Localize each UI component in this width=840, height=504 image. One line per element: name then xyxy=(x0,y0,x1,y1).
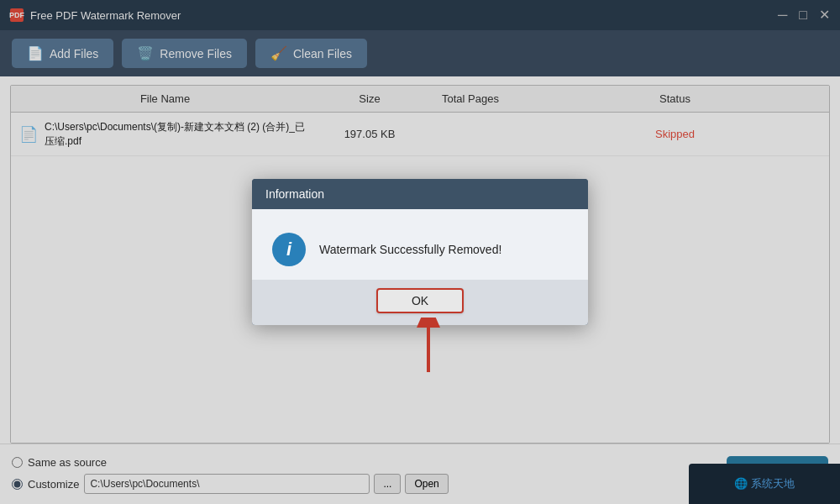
modal-message: Watermark Successfully Removed! xyxy=(319,243,501,256)
modal-header: Information xyxy=(252,179,588,209)
ok-button[interactable]: OK xyxy=(376,288,464,313)
modal-title: Information xyxy=(265,187,324,201)
modal-body: i Watermark Successfully Removed! xyxy=(252,209,588,280)
modal-footer: OK xyxy=(252,280,588,325)
information-dialog: Information i Watermark Successfully Rem… xyxy=(252,179,588,325)
modal-overlay: Information i Watermark Successfully Rem… xyxy=(0,0,840,504)
info-icon: i xyxy=(272,233,306,266)
